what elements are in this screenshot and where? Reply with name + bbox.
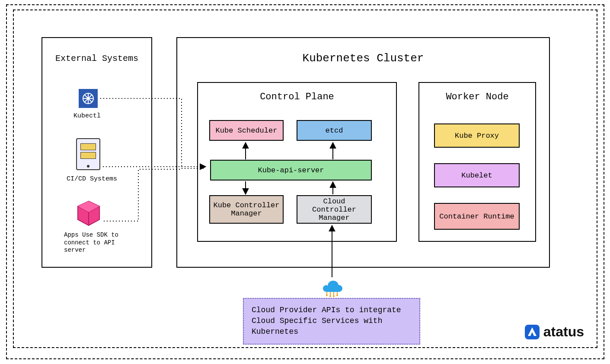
atatus-brand-text: atatus <box>543 324 584 340</box>
cube-icon <box>76 200 101 227</box>
kube-scheduler-box: Kube Scheduler <box>209 120 284 141</box>
kubectl-label: Kubectl <box>73 112 101 120</box>
cloud-provider-apis-box: Cloud Provider APIs to integrate Cloud S… <box>243 298 420 345</box>
kube-proxy-box: Kube Proxy <box>434 123 520 148</box>
kubernetes-wheel-icon <box>79 89 98 108</box>
tablet-device-icon <box>76 138 100 170</box>
kube-api-server-box: Kube-api-server <box>210 160 372 180</box>
control-plane-title: Control Plane <box>198 92 396 102</box>
svg-point-15 <box>333 295 335 297</box>
worker-node-title: Worker Node <box>419 92 535 102</box>
svg-point-14 <box>329 295 331 297</box>
container-runtime-box: Container Runtime <box>434 203 520 230</box>
svg-point-13 <box>326 294 328 296</box>
cicd-label: CI/CD Systems <box>67 175 117 183</box>
kubernetes-cluster-title: Kubernetes Cluster <box>177 52 549 65</box>
external-systems-title: External Systems <box>42 54 151 63</box>
etcd-box: etcd <box>297 120 372 141</box>
svg-point-16 <box>336 294 338 296</box>
sdk-label: Apps Use SDK to connect to API server <box>64 231 125 254</box>
cloud-controller-manager-box: Cloud Controller Manager <box>297 195 372 224</box>
kubelet-box: Kubelet <box>434 163 520 187</box>
atatus-logo: atatus <box>524 324 584 340</box>
atatus-logo-icon <box>524 324 540 340</box>
svg-point-5 <box>87 97 89 100</box>
cloud-network-icon <box>320 275 344 299</box>
kube-controller-manager-box: Kube Controller Manager <box>209 195 284 224</box>
